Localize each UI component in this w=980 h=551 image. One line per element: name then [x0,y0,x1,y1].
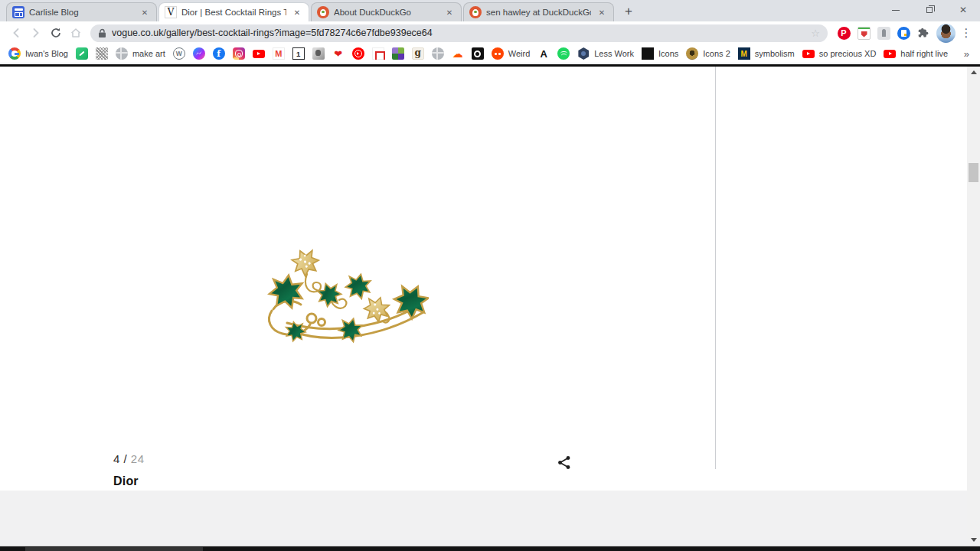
reload-button[interactable] [46,23,66,43]
product-title: Dior [113,474,139,488]
bookmark-item[interactable] [72,44,92,63]
extensions-row [834,23,913,43]
bookmark-item[interactable] [408,44,428,63]
tab-title: Dior | Best Cocktail Rings To Buy [181,8,286,17]
bookmark-item[interactable] [428,44,448,63]
bookmark-item[interactable]: Less Work [573,44,638,63]
bookmark-item[interactable]: so precious XD [799,44,880,63]
browser-window: Carlisle Blog✕Dior | Best Cocktail Rings… [0,0,980,551]
reddit-bookmark-icon [492,47,504,60]
duck-favicon-icon [317,6,329,18]
bookmark-item[interactable]: half right live [880,44,952,63]
bookmark-item[interactable] [468,44,488,63]
ornate-bookmark-icon [96,47,108,60]
bookmark-item[interactable] [328,44,348,63]
bookmark-item[interactable] [189,44,209,63]
clipper-extension-icon [897,27,910,40]
back-button[interactable] [6,23,26,43]
bookmark-item[interactable] [368,44,388,63]
home-button[interactable] [66,23,86,43]
forward-button[interactable] [26,23,46,43]
tab[interactable]: sen hawley at DuckDuckGo✕ [463,2,614,21]
ublock-extension-button[interactable] [854,23,874,43]
url-text[interactable]: vogue.co.uk/gallery/best-cocktail-rings?… [112,28,805,38]
tab-close-icon[interactable]: ✕ [291,6,303,18]
address-bar[interactable]: vogue.co.uk/gallery/best-cocktail-rings?… [90,24,828,42]
bookmark-item[interactable] [554,44,573,63]
bookmark-label: make art [132,49,165,58]
next-section-band [0,491,980,546]
minimize-button[interactable] [879,0,913,20]
bookmark-item[interactable] [534,44,554,63]
bookmark-item[interactable] [249,44,269,63]
share-button[interactable] [556,454,573,471]
keepa-extension-button[interactable] [874,23,893,43]
bookmark-item[interactable]: Weird [488,44,534,63]
window-controls: ✕ [879,0,980,20]
bookmark-item[interactable] [229,44,249,63]
bookmark-label: Iwan's Blog [25,49,68,58]
tab[interactable]: Dior | Best Cocktail Rings To Buy✕ [158,2,309,21]
restore-button[interactable] [913,0,946,20]
scroll-down-arrow-icon[interactable] [971,538,977,542]
page-scrollbar[interactable] [967,67,980,546]
caption-row: 4 / 24 [113,452,573,471]
bookmarks-overflow-chevron[interactable]: » [958,48,975,60]
globe-bookmark-icon [432,47,444,60]
scroll-up-arrow-icon[interactable] [971,70,977,74]
flipboard-bookmark-icon [372,47,384,60]
bookmark-item[interactable] [448,44,468,63]
close-button[interactable]: ✕ [946,0,980,20]
bookmark-star-icon[interactable]: ☆ [811,28,820,39]
bookmark-item[interactable] [388,44,408,63]
bookmark-item[interactable] [289,44,309,63]
tab-title: Carlisle Blog [29,8,134,17]
ring-product-image [264,245,429,344]
ytmusic-bookmark-icon [352,47,364,60]
record-bookmark-icon [472,47,484,60]
bookmark-item[interactable] [309,44,328,63]
blogger-favicon-icon [12,6,24,18]
tab-close-icon[interactable]: ✕ [596,6,608,18]
mosaic-bookmark-icon [392,47,404,60]
ublock-extension-icon [858,27,871,40]
tab-title: sen hawley at DuckDuckGo [486,8,591,17]
gmail-bookmark-icon [273,47,285,60]
wordpress-bookmark-icon [173,47,185,60]
vogue-favicon-icon [165,6,177,18]
bookmark-item[interactable] [209,44,229,63]
bookmark-item[interactable]: make art [112,44,169,63]
puzzle-icon [917,27,930,40]
spotify-bookmark-icon [557,47,570,60]
bookmark-item[interactable] [348,44,368,63]
clipper-extension-button[interactable] [893,23,913,43]
home-icon [70,27,82,39]
pinterest-extension-button[interactable] [834,23,854,43]
tab[interactable]: About DuckDuckGo✕ [311,2,462,21]
bookmark-item[interactable] [169,44,189,63]
browser-menu-button[interactable]: ⋮ [959,26,974,40]
soundcloud-bookmark-icon [452,47,464,60]
instagram-bookmark-icon [233,47,245,60]
tab-close-icon[interactable]: ✕ [139,6,151,18]
extensions-menu-button[interactable] [913,23,933,43]
bookmark-item[interactable]: symbolism [734,44,799,63]
tab-close-icon[interactable]: ✕ [443,6,456,18]
bookmarks-bar: Iwan's Blogmake artWeirdLess WorkIconsIc… [0,44,980,64]
profile-avatar[interactable] [936,24,956,43]
facebook-bookmark-icon [213,47,225,60]
minimize-icon [892,10,900,11]
hexagon-bookmark-icon [577,47,590,60]
bookmark-item[interactable] [269,44,289,63]
greenapp-bookmark-icon [76,47,88,60]
bookmark-label: Weird [508,49,531,58]
bookmark-item[interactable]: Icons 2 [682,44,733,63]
pinterest-extension-icon [838,27,851,40]
bottom-edge-segment [25,547,203,551]
new-tab-button[interactable]: + [619,2,639,21]
bookmark-item[interactable]: Icons [638,44,682,63]
bookmark-item[interactable]: Iwan's Blog [5,44,72,63]
bookmark-item[interactable] [92,44,112,63]
tab[interactable]: Carlisle Blog✕ [6,2,157,21]
scrollbar-thumb[interactable] [969,163,978,182]
